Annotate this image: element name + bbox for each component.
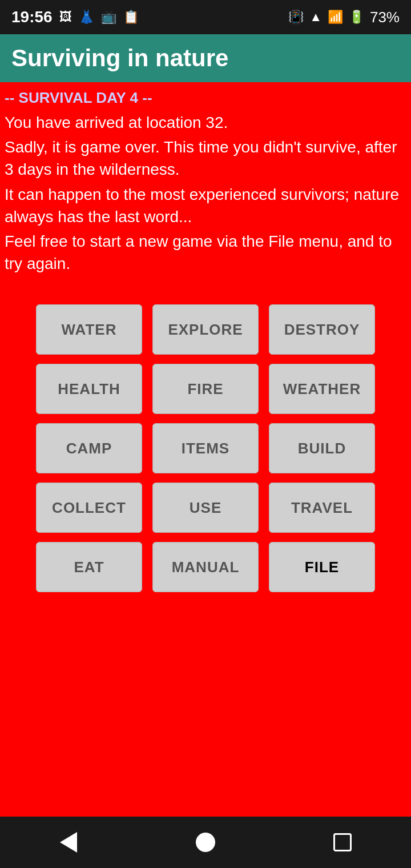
nav-bar xyxy=(0,817,411,868)
battery-icon: 🔋 xyxy=(349,10,364,25)
items-button[interactable]: ITEMS xyxy=(152,423,259,473)
clipboard-icon: 📋 xyxy=(123,10,139,25)
game-line-3: It can happen to the most experienced su… xyxy=(5,183,406,228)
manual-button[interactable]: MANUAL xyxy=(152,542,259,592)
home-icon xyxy=(196,833,215,852)
app-header: Surviving in nature xyxy=(0,34,411,82)
buttons-grid: WATER EXPLORE DESTROY HEALTH FIRE WEATHE… xyxy=(0,282,411,817)
status-left: 19:56 🖼 👗 📺 📋 xyxy=(11,8,139,26)
build-button[interactable]: BUILD xyxy=(269,423,375,473)
signal-icon: 📶 xyxy=(328,10,343,25)
game-text-area: -- SURVIVAL DAY 4 -- You have arrived at… xyxy=(0,82,411,282)
status-right: 📳 ▲ 📶 🔋 73% xyxy=(288,9,400,26)
health-button[interactable]: HEALTH xyxy=(36,364,142,414)
home-button[interactable] xyxy=(188,825,223,859)
water-button[interactable]: WATER xyxy=(36,304,142,355)
fire-button[interactable]: FIRE xyxy=(152,364,259,414)
day-header: -- SURVIVAL DAY 4 -- xyxy=(5,89,406,107)
twitch-icon: 📺 xyxy=(101,10,116,25)
back-button[interactable] xyxy=(51,825,86,859)
camp-button[interactable]: CAMP xyxy=(36,423,142,473)
main-content: -- SURVIVAL DAY 4 -- You have arrived at… xyxy=(0,82,411,817)
explore-button[interactable]: EXPLORE xyxy=(152,304,259,355)
button-row-3: CAMP ITEMS BUILD xyxy=(36,423,375,473)
status-time: 19:56 xyxy=(11,8,53,26)
button-row-2: HEALTH FIRE WEATHER xyxy=(36,364,375,414)
back-icon xyxy=(60,832,77,853)
eat-button[interactable]: EAT xyxy=(36,542,142,592)
game-line-2: Sadly, it is game over. This time you di… xyxy=(5,136,406,180)
recents-button[interactable] xyxy=(325,825,360,859)
file-button[interactable]: FILE xyxy=(269,542,375,592)
vibrate-icon: 📳 xyxy=(288,10,304,25)
weather-button[interactable]: WEATHER xyxy=(269,364,375,414)
game-line-4: Feel free to start a new game via the Fi… xyxy=(5,230,406,275)
button-row-1: WATER EXPLORE DESTROY xyxy=(36,304,375,355)
recents-icon xyxy=(333,833,352,851)
battery-percent: 73% xyxy=(370,9,400,26)
travel-button[interactable]: TRAVEL xyxy=(269,483,375,533)
app-title: Surviving in nature xyxy=(11,45,400,72)
destroy-button[interactable]: DESTROY xyxy=(269,304,375,355)
dress-icon: 👗 xyxy=(79,10,94,25)
photo-icon: 🖼 xyxy=(59,10,72,25)
button-row-5: EAT MANUAL FILE xyxy=(36,542,375,592)
use-button[interactable]: USE xyxy=(152,483,259,533)
collect-button[interactable]: COLLECT xyxy=(36,483,142,533)
game-line-1: You have arrived at location 32. xyxy=(5,111,406,134)
status-bar: 19:56 🖼 👗 📺 📋 📳 ▲ 📶 🔋 73% xyxy=(0,0,411,34)
wifi-icon: ▲ xyxy=(309,10,322,25)
button-row-4: COLLECT USE TRAVEL xyxy=(36,483,375,533)
